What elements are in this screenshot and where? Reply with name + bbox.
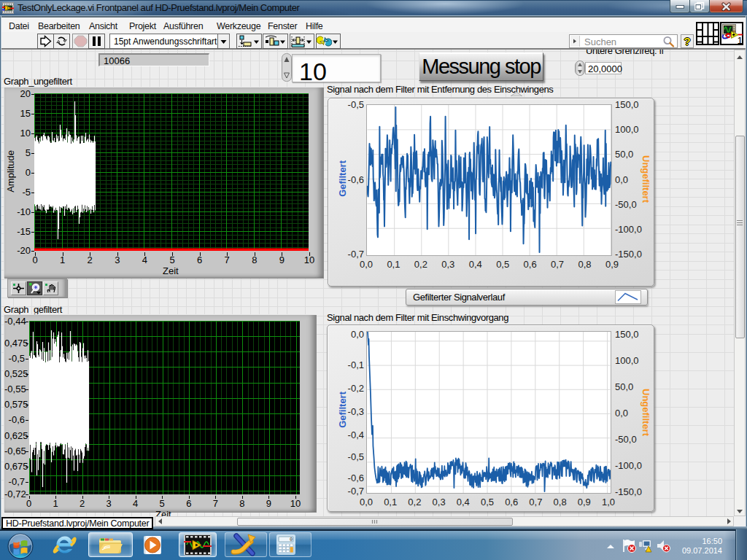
svg-text:0: 0 — [290, 537, 293, 542]
svg-text:1: 1 — [738, 35, 743, 45]
